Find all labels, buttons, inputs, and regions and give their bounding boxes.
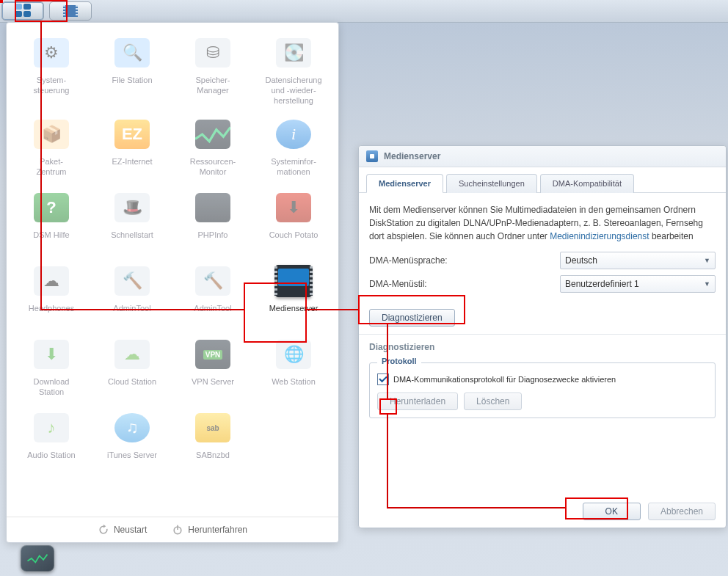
mediaserver-intro: Mit dem Medienserver können Sie Multimed… [369,203,716,243]
storage-icon: ⛁ [195,38,230,68]
taskbar-launcher-button[interactable] [1,1,44,21]
control-panel-icon: ⚙ [34,38,69,68]
mediaserver-tabs: Medienserver Sucheinstellungen DMA-Kompa… [359,167,726,193]
app-datensicherung[interactable]: 💽 Datensicherung und -wieder- herstellun… [253,32,334,106]
app-systemsteuerung[interactable]: ⚙ System- steuerung [11,32,92,106]
abbrechen-button[interactable]: Abbrechen [648,503,716,520]
app-schnellstart[interactable]: 🎩 Schnellstart [92,186,172,252]
cloud-icon: ☁ [114,340,150,369]
tab-medienserver[interactable]: Medienserver [366,174,443,193]
dma-protokoll-checkbox-label: DMA-Kommunikationsprotokoll für Diagnose… [393,375,616,384]
shutdown-label: Herunterfahren [188,525,247,535]
app-label: Cloud Station [92,377,172,399]
app-label: Datensicherung und -wieder- herstellung [253,76,334,106]
mediaserver-window-title: Medienserver [359,146,726,167]
app-speichermanager[interactable]: ⛁ Speicher- Manager [172,32,253,106]
app-admintool-1[interactable]: 🔨 AdminTool [92,260,172,326]
app-label: PHPInfo [172,230,253,252]
dma-lang-select[interactable]: Deutsch ▼ [560,252,716,269]
app-label: SABnzbd [172,451,253,473]
monitor-icon [195,120,230,149]
ez-icon: EZ [114,120,150,149]
app-webstation[interactable]: 🌐 Web Station [253,333,334,399]
app-audiostation[interactable]: ♪ Audio Station [11,407,92,473]
app-downloadstation[interactable]: ⬇ Download Station [11,333,92,399]
chevron-down-icon: ▼ [704,257,710,264]
app-label: Schnellstart [92,230,172,252]
app-sabnzbd[interactable]: sab SABnzbd [172,407,253,473]
app-ressourcenmonitor[interactable]: Ressourcen- Monitor [172,113,253,179]
apps-grid-icon [12,3,33,18]
app-label: VPN Server [172,377,253,399]
app-label: Web Station [253,377,334,399]
help-icon: ? [34,193,69,222]
dock-resource-monitor[interactable] [21,545,54,572]
power-icon [172,524,183,536]
restart-label: Neustart [114,525,147,535]
audio-icon: ♪ [34,413,69,442]
dma-lang-label: DMA-Menüsprache: [369,255,560,266]
app-systeminformationen[interactable]: i Systeminfor- mationen [253,113,334,179]
restart-icon [98,524,109,536]
launcher-footer: Neustart Herunterfahren [7,517,338,542]
app-vpnserver[interactable]: VPN VPN Server [172,333,253,399]
app-label: Medienserver [253,304,334,326]
app-admintool-2[interactable]: 🔨 AdminTool [172,260,253,326]
tab-label: Sucheinstellungen [459,179,525,188]
app-headphones[interactable]: ☁ Headphones [11,260,92,326]
app-label: Systeminfor- mationen [253,157,334,179]
info-icon: i [276,120,311,149]
shutdown-button[interactable]: Herunterfahren [172,524,247,536]
mediaserver-footer: OK Abbrechen [359,495,726,528]
dma-protokoll-checkbox[interactable] [377,373,389,385]
app-ezinternet[interactable]: EZ EZ-Internet [92,113,172,179]
monitor-icon [27,552,48,565]
herunterladen-button[interactable]: Herunterladen [377,393,458,410]
mediaserver-title-text: Medienserver [384,151,440,161]
app-label: Couch Potato [253,230,334,252]
app-itunesserver[interactable]: ♫ iTunes Server [92,407,172,473]
app-label: Headphones [11,304,92,326]
admintool-icon: 🔨 [114,266,150,296]
chevron-down-icon: ▼ [704,280,710,288]
medienindizierungsdienst-link[interactable]: Medienindizierungsdienst [550,231,649,241]
sabnzbd-icon: sab [195,413,230,442]
app-couchpotato[interactable]: ⬇ Couch Potato [253,186,334,252]
app-medienserver[interactable]: Medienserver [253,260,334,326]
app-label: EZ-Internet [92,157,172,179]
svg-rect-1 [178,525,179,530]
package-icon: 📦 [34,120,69,149]
launcher-panel: ⚙ System- steuerung 🔍 File Station ⛁ Spe… [6,22,339,543]
app-phpinfo[interactable]: PHPInfo [172,186,253,252]
dma-style-select[interactable]: Benutzerdefiniert 1 ▼ [560,275,716,293]
wizard-hat-icon: 🎩 [114,193,150,222]
app-filestation[interactable]: 🔍 File Station [92,32,172,106]
tab-dma-kompatibilitaet[interactable]: DMA-Kompatibilität [540,174,634,193]
php-icon [195,193,230,222]
app-label: Speicher- Manager [172,76,253,98]
taskbar [0,0,728,23]
app-label: Ressourcen- Monitor [172,157,253,179]
restart-button[interactable]: Neustart [98,524,147,536]
app-label: AdminTool [92,304,172,326]
film-icon [63,5,78,17]
dma-lang-value: Deutsch [565,255,597,266]
couchpotato-icon: ⬇ [276,193,311,222]
app-label: Paket- Zentrum [11,157,92,179]
app-cloudstation[interactable]: ☁ Cloud Station [92,333,172,399]
intro-text-2: bearbeiten [649,231,694,241]
dma-style-label: DMA-Menüstil: [369,279,560,289]
mediaserver-body: Mit dem Medienserver können Sie Multimed… [359,193,726,334]
protokoll-fieldset: Protokoll DMA-Kommunikationsprotokoll fü… [369,362,716,418]
tab-sucheinstellungen[interactable]: Sucheinstellungen [446,174,537,193]
headphones-icon: ☁ [34,266,69,296]
ok-button[interactable]: OK [583,503,641,520]
app-dsmhilfe[interactable]: ? DSM Hilfe [11,186,92,252]
app-label: AdminTool [172,304,253,326]
diagnostizieren-button[interactable]: Diagnostizieren [369,309,455,327]
taskbar-video-button[interactable] [49,1,92,21]
diagnostizieren-section-title: Diagnostizieren [359,334,726,360]
app-paketzentrum[interactable]: 📦 Paket- Zentrum [11,113,92,179]
download-icon: ⬇ [34,340,69,369]
loeschen-button[interactable]: Löschen [464,393,522,410]
